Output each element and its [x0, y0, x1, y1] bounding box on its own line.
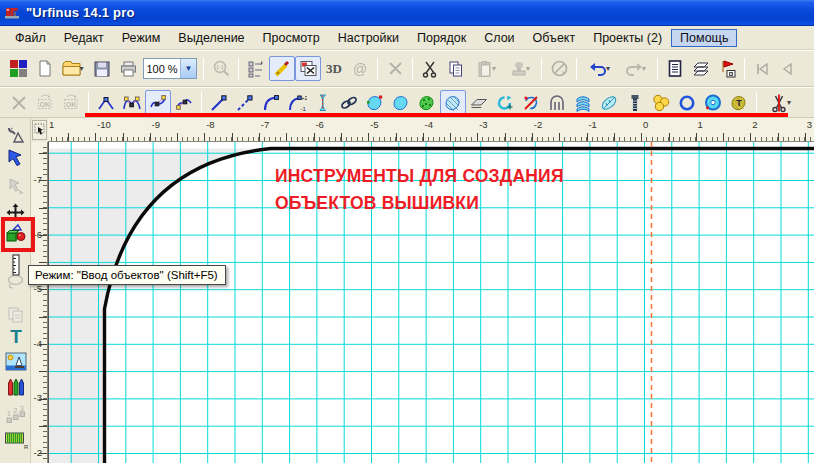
select-tool-button[interactable]	[2, 145, 29, 170]
undo-button[interactable]: ▾	[581, 56, 617, 81]
edit-nodes-button[interactable]	[2, 173, 29, 198]
zoom-level-select[interactable]: 100 % ▼	[143, 58, 197, 79]
h-ruler-label: 1	[49, 119, 54, 130]
menu-object[interactable]: Объект	[524, 29, 585, 47]
background-image-icon	[299, 59, 318, 78]
paste-dropdown[interactable]: ▾	[492, 64, 496, 73]
curve-nodes-tool[interactable]	[119, 90, 145, 115]
comb-fill-tool[interactable]	[544, 90, 570, 115]
menu-layers[interactable]: Слои	[475, 29, 523, 47]
menu-file[interactable]: Файл	[6, 29, 55, 47]
straight-line-tool[interactable]	[206, 90, 232, 115]
object-order-button[interactable]	[243, 56, 269, 81]
corner-node-tool[interactable]	[93, 90, 119, 115]
chain-stitch-tool[interactable]	[336, 90, 362, 115]
email-button[interactable]: @	[347, 56, 373, 81]
leaf-fill-tool[interactable]	[596, 90, 622, 115]
menu-order[interactable]: Порядок	[408, 29, 475, 47]
apply-ok-button[interactable]: OK	[32, 90, 58, 115]
ruler-origin-button[interactable]	[32, 120, 47, 140]
screw-stitch-tool[interactable]	[622, 90, 648, 115]
text-tool-button[interactable]: T	[2, 324, 29, 349]
design-canvas[interactable]: ИНСТРУМЕНТЫ ДЛЯ СОЗДАНИЯ ОБЪЕКТОВ ВЫШИВК…	[48, 142, 814, 463]
zoom-actual-button[interactable]: 1:1	[208, 56, 234, 81]
menu-bar: Файл Редакт Режим Выделение Просмотр Нас…	[0, 26, 814, 50]
shape-pattern-tool[interactable]	[440, 90, 466, 115]
redo-button[interactable]: ▾	[617, 56, 653, 81]
ring-tool[interactable]	[674, 90, 700, 115]
tool-settings-icon	[6, 125, 26, 145]
shape-pattern-icon	[443, 93, 463, 113]
cut-scissors-dropdown[interactable]: ▾	[787, 98, 791, 107]
tools-highlight-underline	[85, 113, 788, 117]
apply-ok-close-button[interactable]: OK	[58, 90, 84, 115]
undo-dropdown[interactable]: ▾	[606, 64, 610, 73]
go-previous-button[interactable]	[775, 56, 801, 81]
sequence-123-button[interactable]: 1 2 3	[2, 402, 29, 427]
separator	[377, 58, 378, 80]
satin-column-tool[interactable]	[310, 90, 336, 115]
menu-help[interactable]: Помощь	[671, 29, 737, 47]
screw-icon	[625, 93, 645, 113]
background-image-button[interactable]	[295, 56, 321, 81]
shape-fill-icon	[391, 93, 411, 113]
print-button[interactable]	[115, 56, 141, 81]
menu-selection[interactable]: Выделение	[169, 29, 253, 47]
comb-fill-icon	[547, 93, 567, 113]
save-button[interactable]	[89, 56, 115, 81]
wave-fill-tool[interactable]	[570, 90, 596, 115]
curve-node-cusp-tool[interactable]	[171, 90, 197, 115]
cut-shape-tool[interactable]	[518, 90, 544, 115]
design-notes-button[interactable]	[662, 56, 688, 81]
paste-button[interactable]: ▾	[469, 56, 503, 81]
flag-marker-button[interactable]	[714, 56, 740, 81]
color-squares-icon	[10, 60, 27, 77]
vertical-ruler[interactable]: -7-6-5-4-3-2	[31, 142, 48, 463]
density-gauge-button[interactable]: R	[2, 427, 29, 452]
palette-crayons-button[interactable]	[2, 374, 29, 399]
shape-texture-tool[interactable]	[414, 90, 440, 115]
shape-with-entry-tool[interactable]	[362, 90, 388, 115]
delete-button[interactable]	[382, 56, 408, 81]
open-folder-button[interactable]: ▾	[57, 56, 89, 81]
flat-fill-tool[interactable]	[466, 90, 492, 115]
curve-node-smooth-tool[interactable]	[145, 90, 171, 115]
delete-object-button[interactable]	[6, 90, 32, 115]
letter-fill-tool[interactable]: T	[726, 90, 752, 115]
stitch-view-button[interactable]	[269, 56, 295, 81]
zoom-dropdown-button[interactable]: ▼	[180, 59, 196, 78]
app-icon	[4, 4, 21, 21]
disable-stitches-button[interactable]	[546, 56, 572, 81]
shape-fill-tool[interactable]	[388, 90, 414, 115]
h-ruler-label: -6	[315, 119, 323, 130]
menu-mode[interactable]: Режим	[113, 29, 170, 47]
cut-scissors-tool[interactable]: ▾	[761, 90, 799, 115]
lasso-tool-button[interactable]	[2, 270, 29, 295]
leaf-fill-icon	[599, 93, 619, 113]
new-document-button[interactable]	[31, 56, 57, 81]
3d-view-button[interactable]: 3D	[321, 56, 347, 81]
open-folder-dropdown[interactable]: ▾	[79, 64, 83, 73]
ring-center-tool[interactable]	[700, 90, 726, 115]
color-palette-button[interactable]	[5, 56, 31, 81]
layers-button[interactable]	[688, 56, 714, 81]
arc-curve-tool[interactable]	[258, 90, 284, 115]
menu-edit[interactable]: Редакт	[55, 29, 113, 47]
menu-settings[interactable]: Настройки	[329, 29, 408, 47]
menu-view[interactable]: Просмотр	[254, 29, 329, 47]
spiral-fill-tool[interactable]	[492, 90, 518, 115]
copy-button[interactable]	[443, 56, 469, 81]
horizontal-ruler[interactable]: 1-10-9-8-7-6-5-4-3-2-10123	[48, 118, 814, 142]
numbered-curve-tool[interactable]: +2 -1	[284, 90, 310, 115]
go-first-button[interactable]	[749, 56, 775, 81]
stamp-button[interactable]: ▾	[503, 56, 537, 81]
redo-dropdown[interactable]: ▾	[642, 64, 646, 73]
menu-projects[interactable]: Проекты (2)	[584, 29, 671, 47]
title-bar[interactable]: "Urfinus 14.1 pro	[0, 0, 814, 26]
image-tool-button[interactable]	[2, 349, 29, 374]
grouped-circles-tool[interactable]	[648, 90, 674, 115]
dashed-line-tool[interactable]	[232, 90, 258, 115]
stamp-dropdown[interactable]: ▾	[526, 64, 530, 73]
cut-button[interactable]	[417, 56, 443, 81]
tool-settings-button[interactable]	[2, 122, 29, 147]
